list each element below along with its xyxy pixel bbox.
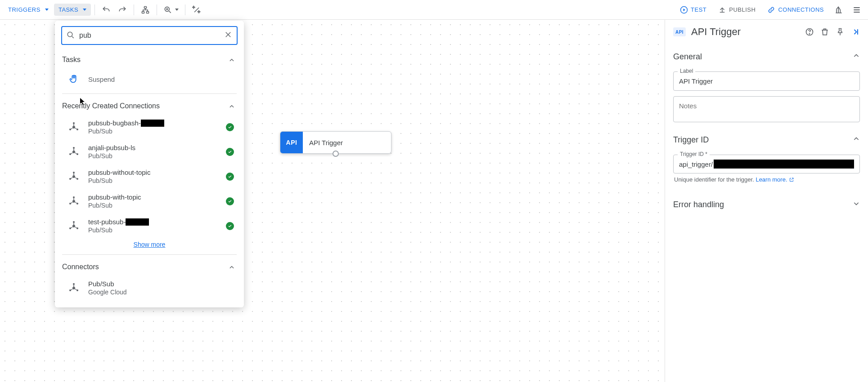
test-button[interactable]: TEST xyxy=(675,3,711,17)
item-subtitle: Pub/Sub xyxy=(88,128,218,135)
trigger-id-input[interactable]: api_trigger/ xyxy=(673,155,860,173)
layout-button[interactable] xyxy=(138,2,153,18)
connectors-section-header[interactable]: Connectors xyxy=(55,258,244,275)
item-subtitle: Pub/Sub xyxy=(88,227,218,234)
hand-icon xyxy=(67,73,80,85)
svg-rect-0 xyxy=(144,6,147,8)
clear-button[interactable] xyxy=(224,31,232,41)
item-title: Pub/Sub xyxy=(88,280,234,288)
svg-point-8 xyxy=(67,32,72,37)
collapse-icon[interactable] xyxy=(851,27,860,36)
mouse-cursor xyxy=(80,98,85,105)
general-section[interactable]: General xyxy=(673,46,860,66)
api-badge: API xyxy=(673,27,686,36)
error-handling-label: Error handling xyxy=(673,200,724,209)
item-subtitle: Pub/Sub xyxy=(88,202,218,209)
connection-item[interactable]: pubsub-bugbash- Pub/Sub xyxy=(55,115,244,139)
search-field[interactable] xyxy=(61,26,238,45)
svg-point-15 xyxy=(69,153,71,155)
tasks-section-header[interactable]: Tasks xyxy=(55,51,244,68)
tasks-section-label: Tasks xyxy=(62,56,81,64)
tasks-panel: Tasks Suspend Recently Created Connectio… xyxy=(55,21,244,307)
triggers-label: TRIGGERS xyxy=(8,6,40,13)
svg-point-9 xyxy=(72,126,75,129)
svg-point-19 xyxy=(69,178,71,180)
separator xyxy=(185,4,185,15)
connections-button[interactable]: CONNECTIONS xyxy=(763,3,828,17)
status-ok-icon xyxy=(226,222,234,230)
search-input[interactable] xyxy=(79,31,220,40)
svg-point-30 xyxy=(73,283,75,285)
connector-item[interactable]: Pub/Sub Google Cloud xyxy=(55,275,244,300)
general-header-label: General xyxy=(673,52,702,62)
svg-point-22 xyxy=(73,196,75,198)
svg-point-12 xyxy=(76,129,78,130)
learn-more-link[interactable]: Learn more. xyxy=(756,176,794,183)
svg-point-29 xyxy=(72,287,75,289)
separator xyxy=(157,4,157,15)
connection-item[interactable]: pubsub-with-topic Pub/Sub xyxy=(55,189,244,213)
tasks-dropdown[interactable]: TASKS xyxy=(54,4,91,16)
svg-point-13 xyxy=(72,151,75,153)
status-ok-icon xyxy=(226,123,234,131)
redacted-text xyxy=(126,218,149,226)
item-title: anjali-pubsub-ls xyxy=(88,144,218,151)
chevron-up-icon xyxy=(229,264,234,270)
svg-point-21 xyxy=(72,200,75,203)
undo-button[interactable] xyxy=(99,2,114,18)
list-view-button[interactable] xyxy=(849,2,864,18)
pubsub-icon xyxy=(67,220,80,232)
side-panel-header: API API Trigger xyxy=(673,26,860,46)
search-icon xyxy=(67,31,75,40)
separator xyxy=(134,4,134,15)
separator xyxy=(94,4,95,15)
connection-item[interactable]: test-pubsub- Pub/Sub xyxy=(55,213,244,238)
redo-button[interactable] xyxy=(115,2,130,18)
pin-icon[interactable] xyxy=(836,27,845,36)
list-item-label: Suspend xyxy=(88,76,234,83)
show-more-link[interactable]: Show more xyxy=(134,241,166,248)
pubsub-icon xyxy=(67,146,80,158)
magic-button[interactable] xyxy=(189,2,204,18)
notes-field-wrap xyxy=(673,96,860,124)
publish-button[interactable]: PUBLISH xyxy=(714,3,760,17)
task-suspend[interactable]: Suspend xyxy=(55,68,244,90)
trigger-id-header-label: Trigger ID xyxy=(673,135,709,145)
connection-item[interactable]: pubsub-without-topic Pub/Sub xyxy=(55,164,244,189)
error-handling-section[interactable]: Error handling xyxy=(673,194,860,214)
status-ok-icon xyxy=(226,197,234,205)
svg-point-32 xyxy=(76,289,78,291)
help-icon[interactable] xyxy=(805,27,814,36)
svg-point-23 xyxy=(69,203,71,204)
connection-item[interactable]: anjali-pubsub-ls Pub/Sub xyxy=(55,139,244,164)
svg-rect-2 xyxy=(147,11,149,13)
recent-section-label: Recently Created Connections xyxy=(62,102,160,110)
chevron-up-icon xyxy=(229,103,234,109)
pubsub-icon xyxy=(67,170,80,183)
show-more: Show more xyxy=(55,238,244,251)
test-label: TEST xyxy=(691,6,706,13)
tasks-label: TASKS xyxy=(58,6,78,13)
label-input[interactable] xyxy=(673,71,860,91)
helper-text: Unique identifier for the trigger. xyxy=(674,176,754,183)
status-ok-icon xyxy=(226,173,234,181)
node-output-port[interactable] xyxy=(333,151,339,157)
divider xyxy=(62,93,237,94)
api-trigger-node[interactable]: API API Trigger xyxy=(280,131,391,154)
connections-label: CONNECTIONS xyxy=(778,6,824,13)
triggers-dropdown[interactable]: TRIGGERS xyxy=(4,4,53,16)
notes-input[interactable] xyxy=(673,96,860,122)
delete-icon[interactable] xyxy=(820,27,829,36)
side-panel-title: API Trigger xyxy=(691,26,800,38)
zoom-button[interactable] xyxy=(161,2,181,18)
pubsub-icon xyxy=(67,282,80,294)
side-panel: API API Trigger General Label Trigger ID… xyxy=(665,20,868,382)
trigger-id-section[interactable]: Trigger ID xyxy=(673,129,860,149)
item-title: pubsub-with-topic xyxy=(88,193,218,201)
svg-point-27 xyxy=(69,227,71,229)
redacted-text xyxy=(714,160,854,169)
connectors-section-label: Connectors xyxy=(62,263,99,271)
analytics-button[interactable] xyxy=(831,2,846,18)
item-subtitle: Pub/Sub xyxy=(88,152,218,160)
chevron-up-icon xyxy=(229,57,234,62)
